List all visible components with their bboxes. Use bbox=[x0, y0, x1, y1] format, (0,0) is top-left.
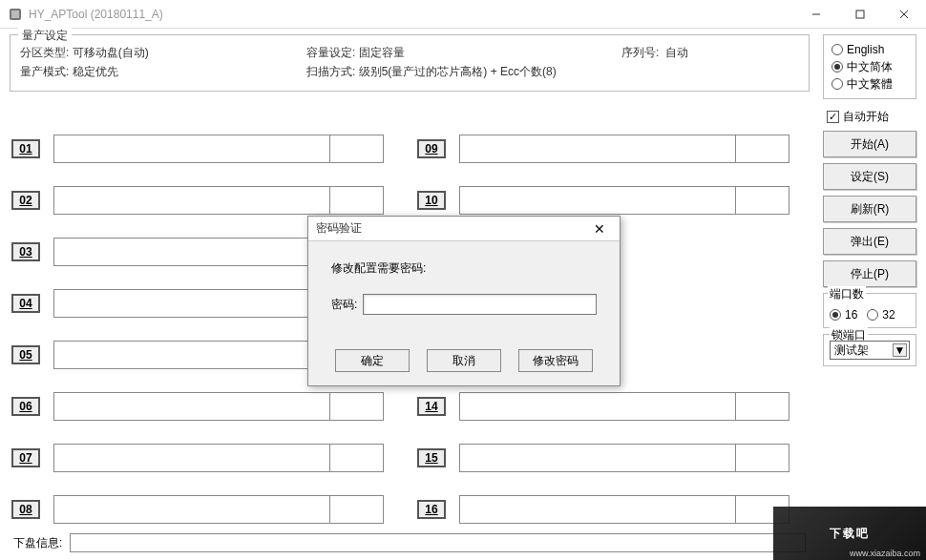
ports-32[interactable]: 32 bbox=[867, 306, 894, 323]
slot-row: 0109 bbox=[10, 134, 811, 164]
slot-status-field bbox=[53, 495, 330, 524]
refresh-button[interactable]: 刷新(R) bbox=[823, 196, 916, 222]
chevron-down-icon: ▼ bbox=[893, 343, 907, 357]
lock-port-dropdown[interactable]: 测试架 ▼ bbox=[830, 341, 910, 360]
mode-line: 量产模式: 稳定优先 bbox=[20, 62, 306, 81]
slot-status-field bbox=[53, 186, 330, 215]
slot-status-field bbox=[53, 341, 330, 369]
slot-status-field bbox=[53, 289, 330, 318]
dialog-close-button[interactable]: ✕ bbox=[587, 218, 612, 239]
password-label: 密码: bbox=[331, 297, 357, 313]
slot-extra-field bbox=[330, 392, 384, 421]
slot-extra-field bbox=[736, 135, 789, 163]
slot-status-field bbox=[459, 444, 736, 472]
autostart-checkbox[interactable]: 自动开始 bbox=[823, 109, 916, 125]
settings-legend: 量产设定 bbox=[18, 28, 72, 44]
settings-fieldset: 量产设定 分区类型: 可移动盘(自动) 量产模式: 稳定优先 容量设定: 固定容… bbox=[10, 34, 810, 92]
slot-status-field bbox=[459, 135, 736, 163]
dialog-title: 密码验证 bbox=[316, 220, 587, 237]
slot-number-button[interactable]: 10 bbox=[417, 191, 446, 210]
slot-extra-field bbox=[736, 392, 789, 421]
disk-info-input[interactable] bbox=[70, 533, 806, 552]
slot-number-button[interactable]: 06 bbox=[11, 397, 40, 416]
slot-row: 0614 bbox=[10, 391, 811, 422]
slot-number-button[interactable]: 01 bbox=[11, 139, 40, 158]
svg-rect-1 bbox=[11, 10, 19, 18]
slot-extra-field bbox=[330, 495, 384, 524]
password-dialog: 密码验证 ✕ 修改配置需要密码: 密码: 确定 取消 修改密码 bbox=[307, 216, 621, 386]
minimize-button[interactable] bbox=[794, 0, 838, 29]
slot-row: 0816 bbox=[10, 494, 811, 525]
svg-rect-3 bbox=[856, 10, 864, 18]
slot-number-button[interactable]: 04 bbox=[11, 294, 40, 313]
slot-number-button[interactable]: 02 bbox=[11, 191, 40, 210]
slot-status-field bbox=[53, 392, 330, 421]
ports-16[interactable]: 16 bbox=[830, 306, 857, 323]
slot-status-field bbox=[459, 186, 736, 215]
slot-number-button[interactable]: 07 bbox=[11, 448, 40, 467]
slot-status-field bbox=[53, 135, 330, 163]
slot-number-button[interactable]: 15 bbox=[417, 448, 446, 467]
slot-extra-field bbox=[330, 186, 384, 215]
dialog-message: 修改配置需要密码: bbox=[331, 260, 597, 277]
scan-line: 扫描方式: 级别5(量产过的芯片高格) + Ecc个数(8) bbox=[306, 62, 621, 81]
window-title: HY_APTool (20180111_A) bbox=[29, 8, 794, 21]
eject-button[interactable]: 弹出(E) bbox=[823, 228, 916, 255]
slot-extra-field bbox=[736, 444, 789, 472]
autostart-check-icon bbox=[827, 111, 839, 123]
slot-status-field bbox=[53, 238, 330, 266]
disk-info-row: 下盘信息: bbox=[13, 533, 806, 552]
lang-zhs[interactable]: 中文简体 bbox=[831, 58, 908, 75]
partition-line: 分区类型: 可移动盘(自动) bbox=[20, 43, 306, 62]
slot-number-button[interactable]: 08 bbox=[11, 500, 40, 519]
dialog-cancel-button[interactable]: 取消 bbox=[427, 349, 501, 372]
dialog-titlebar: 密码验证 ✕ bbox=[308, 217, 620, 241]
dialog-change-pw-button[interactable]: 修改密码 bbox=[518, 349, 593, 372]
right-panel: English 中文简体 中文繁體 自动开始 开始(A) 设定(S) 刷新(R)… bbox=[823, 34, 916, 366]
slot-extra-field bbox=[330, 444, 384, 472]
titlebar: HY_APTool (20180111_A) bbox=[0, 0, 926, 29]
disk-info-label: 下盘信息: bbox=[13, 535, 62, 551]
password-input[interactable] bbox=[363, 294, 597, 315]
language-box: English 中文简体 中文繁體 bbox=[823, 34, 916, 99]
capacity-line: 容量设定: 固定容量 bbox=[306, 43, 621, 62]
slot-number-button[interactable]: 05 bbox=[11, 345, 40, 364]
slot-number-button[interactable]: 16 bbox=[417, 500, 446, 519]
slot-status-field bbox=[53, 444, 330, 472]
close-button[interactable] bbox=[882, 0, 926, 29]
slot-status-field bbox=[459, 392, 736, 421]
dialog-ok-button[interactable]: 确定 bbox=[335, 349, 410, 372]
start-button[interactable]: 开始(A) bbox=[823, 131, 916, 157]
slot-number-button[interactable]: 09 bbox=[417, 139, 446, 158]
settings-button[interactable]: 设定(S) bbox=[823, 163, 916, 190]
watermark: 下载吧 www.xiazaiba.com bbox=[773, 507, 926, 560]
maximize-button[interactable] bbox=[838, 0, 882, 29]
slot-row: 0715 bbox=[10, 443, 811, 473]
slot-number-button[interactable]: 03 bbox=[11, 242, 40, 261]
lang-english[interactable]: English bbox=[831, 41, 908, 58]
ports-fieldset: 端口数 16 32 bbox=[823, 293, 916, 328]
slot-status-field bbox=[459, 495, 736, 524]
app-icon bbox=[8, 7, 23, 22]
slot-number-button[interactable]: 14 bbox=[417, 397, 446, 416]
slot-extra-field bbox=[736, 186, 789, 215]
lang-zht[interactable]: 中文繁體 bbox=[831, 75, 908, 93]
slot-extra-field bbox=[330, 135, 384, 163]
serial-line: 序列号: 自动 bbox=[621, 43, 799, 62]
slot-row: 0210 bbox=[10, 185, 811, 216]
lock-port-fieldset: 锁端口 测试架 ▼ bbox=[823, 334, 916, 366]
stop-button[interactable]: 停止(P) bbox=[823, 260, 916, 287]
